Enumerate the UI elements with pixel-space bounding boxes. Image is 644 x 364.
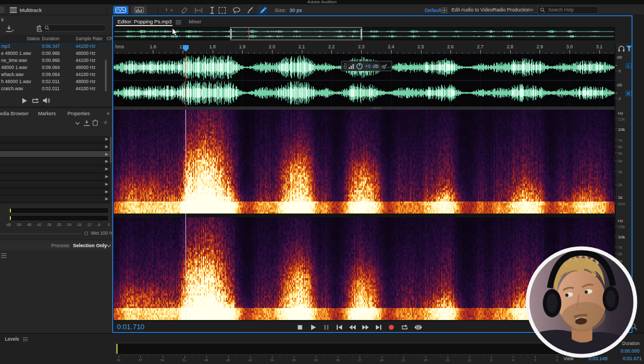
levels-tab[interactable]: Levels [5,336,19,342]
preset-dropdown-caret-icon[interactable] [75,122,80,125]
fast-forward-button[interactable] [362,323,370,331]
tab-media-browser[interactable]: edia Browser [0,111,29,116]
workspace-grid-icon[interactable] [442,8,447,13]
effect-slot[interactable]: ▶ [0,196,110,203]
play-button[interactable] [309,323,318,331]
effect-slot[interactable]: ▶ [0,189,110,196]
waveform-multitrack-fragment-icon[interactable] [0,7,4,13]
favorite-star-icon[interactable]: ★ [103,119,108,126]
wet-value[interactable]: 100 % [100,230,113,236]
import-file-icon[interactable] [5,26,14,32]
skip-selection-button[interactable] [414,323,422,331]
column-channels[interactable]: Ch [107,36,113,41]
save-preset-icon[interactable] [83,120,90,126]
pause-button[interactable] [323,323,331,331]
hud-drag-handle[interactable] [344,63,346,69]
preview-speaker-button[interactable] [43,97,50,104]
file-row[interactable]: mp30:06.34744100 Hz [0,42,112,49]
files-scrollbar[interactable] [105,60,107,91]
effects-rack-scrollbar[interactable] [110,137,112,163]
brush-size-value[interactable]: 30 px [289,7,302,13]
panel-menu-icon[interactable] [1,253,7,258]
view-range-right-handle[interactable] [361,29,362,39]
spectral-view-button[interactable] [132,6,147,14]
file-row[interactable]: h 48000 1.wav0:02.01148000 Hz [0,78,112,85]
workspace-overflow-chevron[interactable]: » [530,7,534,12]
skip-to-end-button[interactable] [375,323,383,331]
workspace-radio-production[interactable]: Radio Production [493,7,530,12]
column-duration[interactable]: Duration [42,36,59,41]
column-sample-rate[interactable]: Sample Rate [76,36,102,41]
files-tab-fragment[interactable]: s [1,17,4,22]
mixer-tab[interactable]: Mixer [189,18,201,24]
search-help-box[interactable] [537,6,598,14]
preview-loop-button[interactable] [32,98,39,104]
tab-properties[interactable]: Properties [67,111,90,116]
slot-arrow-icon[interactable]: ▶ [106,167,108,171]
view-range-left-handle[interactable] [231,29,232,39]
move-tool-button[interactable] [164,7,174,14]
delete-preset-icon[interactable] [92,120,98,126]
record-button[interactable] [388,323,396,331]
panel-menu-icon[interactable] [23,337,28,341]
effect-slot[interactable]: ▶ [0,143,110,150]
file-row[interactable]: ne_time.wav0:00.96644100 Hz [0,57,112,64]
headphones-icon[interactable] [618,45,625,52]
waveform-view-button[interactable] [113,6,128,14]
process-dropdown-caret-icon[interactable] [107,244,111,247]
panel-divider[interactable] [0,106,112,108]
time-selection-tool-button[interactable] [208,7,216,14]
slot-arrow-icon[interactable]: ▶ [106,137,108,141]
process-value-dropdown[interactable]: Selection Only [73,243,107,248]
file-row[interactable]: whack.wav0:09.06444100 Hz [0,71,112,78]
file-row[interactable]: cratch.wav0:02.01144100 Hz [0,85,112,92]
waveform-spectral-split-handle[interactable] [114,106,615,110]
panel-menu-icon[interactable] [176,20,181,24]
column-status[interactable]: Status [27,36,40,41]
file-row[interactable]: e 48000 1.wav0:00.96648000 Hz [0,49,112,57]
slot-arrow-icon[interactable]: ▶ [106,159,108,164]
effect-slot[interactable]: ▶ [0,173,110,180]
rewind-button[interactable] [349,323,357,331]
mix-slider-track[interactable] [0,234,82,234]
slot-arrow-icon[interactable]: ▶ [106,197,108,201]
tabs-overflow-chevron[interactable]: » [107,110,110,116]
loop-playback-button[interactable] [401,323,409,331]
overview-waveform-canvas[interactable] [114,28,614,40]
channel-badge[interactable]: L [626,63,631,68]
files-search-box[interactable] [41,24,106,32]
overview-bar[interactable] [114,27,615,40]
workspace-default[interactable]: Default [425,7,441,13]
razor-tool-button[interactable] [179,7,189,14]
files-search-input[interactable] [51,25,102,32]
slot-arrow-icon[interactable]: ▶ [106,145,108,149]
effect-slot[interactable]: ▶ [0,166,110,173]
lasso-selection-tool-button[interactable] [232,7,242,14]
gain-knob-icon[interactable] [356,63,363,70]
spectrogram-divider[interactable] [114,214,615,217]
effect-slot[interactable]: ▶ [0,151,110,158]
hud-gain-value[interactable]: +0 [365,64,370,69]
effect-slot[interactable]: ▶ [0,181,110,188]
preview-play-button[interactable] [22,98,27,104]
file-row[interactable]: 48000 1.wav0:09.06448000 Hz [0,64,112,71]
timeline-ruler[interactable]: hms 1.61.71.81.92.02.12.22.32.42.52.62.7… [114,43,615,54]
editor-tab[interactable]: Editor: Popping Ps.mp3 [117,18,172,24]
filter-funnel-icon[interactable] [626,45,632,52]
skip-to-start-button[interactable] [336,323,344,331]
tab-markers[interactable]: Markers [38,111,56,116]
volume-hud[interactable]: +0 dB [341,61,392,71]
slot-arrow-icon[interactable]: ▶ [106,152,108,156]
effect-slot[interactable]: ▶ [0,158,110,165]
view-range-box[interactable] [230,27,362,40]
stop-button[interactable] [296,323,305,331]
slot-arrow-icon[interactable]: ▶ [106,182,108,186]
hud-pin-icon[interactable] [382,64,387,69]
mix-radio[interactable] [84,231,88,235]
multitrack-button[interactable]: Multitrack [7,5,45,14]
slip-tool-button[interactable] [194,7,203,14]
marquee-selection-tool-button[interactable] [219,7,226,14]
effect-slot[interactable]: ▶ [0,136,110,143]
spectrogram-left-canvas[interactable] [114,110,615,214]
paintbrush-selection-tool-button[interactable] [246,7,255,14]
